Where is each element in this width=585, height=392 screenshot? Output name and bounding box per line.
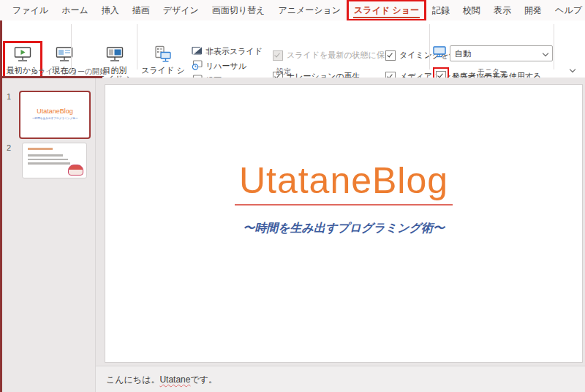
group-divider	[429, 24, 430, 69]
slide-thumbnail-panel: 1 UtataneBlog 〜時間を生み出すプログラミング術〜 2	[2, 78, 96, 392]
slide-2-number: 2	[7, 143, 11, 152]
notes-misspelled-word: Utatane	[159, 374, 190, 385]
checkbox-disabled	[273, 50, 283, 61]
thumb1-subtitle: 〜時間を生み出すプログラミング術〜	[32, 116, 78, 120]
ribbon-tab-bar: ファイル ホーム 挿入 描画 デザイン 画面切り替え アニメーション スライド …	[0, 0, 585, 20]
tab-developer[interactable]: 開発	[518, 0, 548, 20]
mascot-image	[68, 165, 83, 176]
thumb2-text-line	[28, 154, 63, 157]
screenshot-edge-fragment	[0, 76, 102, 78]
collapse-ribbon-chevron-icon[interactable]	[570, 67, 575, 72]
group-label-start: スライド ショーの開始	[3, 67, 135, 77]
thumb2-text-line	[28, 162, 70, 165]
group-divider	[137, 24, 137, 69]
tab-view[interactable]: 表示	[487, 0, 518, 20]
hide-slide-button[interactable]: 非表示スライド	[192, 45, 263, 57]
hide-slide-label: 非表示スライド	[205, 46, 263, 57]
slide-edit-area: UtataneBlog 〜時間を生み出すプログラミング術〜	[96, 78, 585, 366]
ribbon-slide-show: 最初から 現在の スライドから 目的別 スライド ショー スライド シ	[0, 20, 585, 78]
thumb2-title-placeholder	[28, 148, 53, 150]
play-from-beginning-icon	[14, 45, 31, 64]
group-label-settings: 設定	[139, 67, 429, 77]
monitor-icon	[433, 46, 446, 61]
tab-file[interactable]: ファイル	[6, 0, 55, 20]
thumb2-text-line	[28, 159, 68, 161]
slide-title-textbox[interactable]: UtataneBlog	[105, 159, 582, 206]
slide-1-number: 1	[7, 92, 11, 101]
hide-slide-icon	[192, 46, 203, 57]
keep-slides-updated-checkbox: スライドを最新の状態に保つ	[273, 50, 382, 61]
tab-home[interactable]: ホーム	[55, 0, 95, 20]
thumb1-title: UtataneBlog	[37, 108, 73, 115]
tab-design[interactable]: デザイン	[156, 0, 205, 20]
tab-record[interactable]: 記録	[426, 0, 456, 20]
chevron-down-icon	[543, 50, 548, 56]
group-divider	[71, 24, 72, 69]
group-divider	[554, 24, 554, 69]
slide-canvas[interactable]: UtataneBlog 〜時間を生み出すプログラミング術〜	[105, 84, 583, 363]
powerpoint-window: ファイル ホーム 挿入 描画 デザイン 画面切り替え アニメーション スライド …	[0, 0, 585, 392]
notes-pane[interactable]: こんにちは。Utataneです。	[96, 366, 585, 392]
tab-transitions[interactable]: 画面切り替え	[205, 0, 272, 20]
set-up-show-icon	[154, 45, 172, 64]
tab-review[interactable]: 校閲	[456, 0, 487, 20]
monitor-select[interactable]: 自動	[450, 45, 553, 61]
monitor-select-value: 自動	[455, 48, 471, 59]
slide-1-thumbnail-selected[interactable]: UtataneBlog 〜時間を生み出すプログラミング術〜	[19, 91, 91, 139]
slide-subtitle-textbox[interactable]: 〜時間を生み出すプログラミング術〜	[105, 221, 582, 236]
notes-text-before: こんにちは。	[106, 374, 159, 385]
custom-show-icon	[105, 45, 124, 64]
slide-subtitle-text: 〜時間を生み出すプログラミング術〜	[243, 222, 445, 234]
keep-slides-updated-label: スライドを最新の状態に保つ	[287, 50, 393, 61]
group-label-monitor: モニター	[431, 67, 553, 77]
tab-insert[interactable]: 挿入	[95, 0, 126, 20]
notes-text-after: です。	[190, 374, 217, 385]
slide-2-thumbnail[interactable]	[22, 143, 87, 178]
tab-draw[interactable]: 描画	[126, 0, 156, 20]
slide-title-text: UtataneBlog	[235, 159, 453, 206]
checkbox-checked[interactable]	[385, 50, 396, 61]
tab-animations[interactable]: アニメーション	[271, 0, 347, 20]
tab-slide-show-selected[interactable]: スライド ショー	[347, 0, 426, 20]
tab-help[interactable]: ヘルプ	[548, 0, 585, 20]
